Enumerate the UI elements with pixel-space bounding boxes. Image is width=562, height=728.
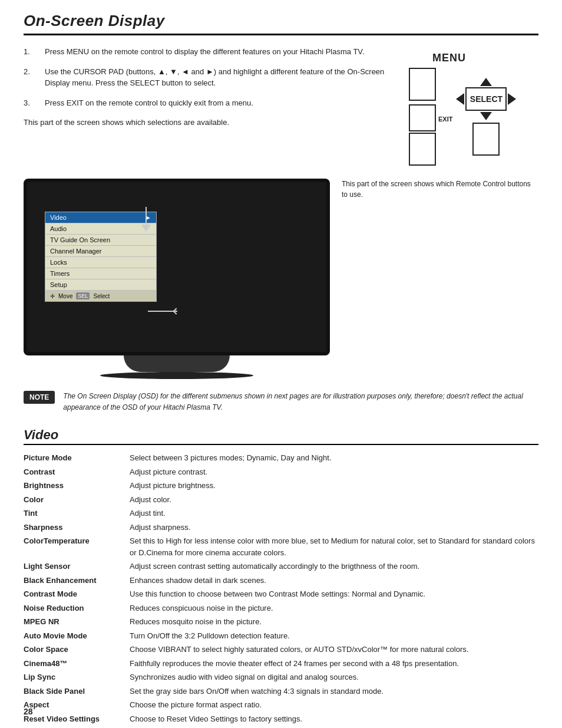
page-number: 28 bbox=[24, 707, 33, 716]
video-desc: Reduces conspicuous noise in the picture… bbox=[130, 601, 538, 615]
video-table-row: MPEG NRReduces mosquito noise in the pic… bbox=[24, 615, 538, 629]
up-arrow-icon bbox=[480, 78, 492, 86]
video-desc: Select between 3 pictures modes; Dynamic… bbox=[130, 451, 538, 465]
side-note: This part of the screen shows which sele… bbox=[24, 117, 391, 129]
video-term: Lip Sync bbox=[24, 670, 130, 684]
video-table-row: ColorTemperatureSet this to High for les… bbox=[24, 534, 538, 559]
video-term: Reset Video Settings bbox=[24, 712, 130, 726]
down-arrow-icon bbox=[480, 112, 492, 120]
video-table-row: TintAdjust tint. bbox=[24, 506, 538, 521]
select-button: SELECT bbox=[465, 87, 507, 111]
menu-label: MENU bbox=[432, 52, 466, 64]
video-table-row: Contrast ModeUse this function to choose… bbox=[24, 587, 538, 601]
bottom-right-button bbox=[472, 123, 500, 156]
video-term: Light Sensor bbox=[24, 559, 130, 574]
video-term: ColorTemperature bbox=[24, 534, 130, 559]
note-content: The On Screen Display (OSD) for the diff… bbox=[63, 391, 538, 413]
video-desc: Set this to High for less intense color … bbox=[130, 534, 538, 559]
video-desc: Adjust color. bbox=[130, 493, 538, 507]
intro-text: 1. Press MENU on the remote control to d… bbox=[24, 46, 391, 167]
step-3: 3. Press EXIT on the remote control to q… bbox=[24, 97, 391, 109]
step-2: 2. Use the CURSOR PAD (buttons, ▲, ▼, ◄ … bbox=[24, 66, 391, 89]
video-table-row: Lip SyncSynchronizes audio with video si… bbox=[24, 670, 538, 684]
video-table-row: Picture ModeSelect between 3 pictures mo… bbox=[24, 451, 538, 465]
page-title: On-Screen Display bbox=[24, 12, 538, 35]
step-2-num: 2. bbox=[24, 66, 35, 89]
video-term: Picture Mode bbox=[24, 451, 130, 465]
video-term: Cinema48™ bbox=[24, 657, 130, 671]
video-table-row: ColorAdjust color. bbox=[24, 493, 538, 507]
step-1: 1. Press MENU on the remote control to d… bbox=[24, 46, 391, 58]
video-desc: Enhances shadow detail in dark scenes. bbox=[130, 574, 538, 588]
step-3-text: Press EXIT on the remote control to quic… bbox=[45, 97, 253, 109]
sel-badge: SEL bbox=[76, 292, 90, 299]
video-term: Auto Movie Mode bbox=[24, 629, 130, 643]
tv-menu-video: Video ► bbox=[45, 212, 156, 223]
video-table-row: Black Side PanelSet the gray side bars O… bbox=[24, 684, 538, 699]
video-section: Video Picture ModeSelect between 3 pictu… bbox=[24, 427, 538, 726]
video-table-row: SharpnessAdjust sharpness. bbox=[24, 521, 538, 535]
video-table-row: BrightnessAdjust picture brightness. bbox=[24, 479, 538, 493]
video-term: Brightness bbox=[24, 479, 130, 493]
tv-frame: Video ► Audio TV Guide On Screen Channel… bbox=[24, 179, 330, 355]
video-desc: Faithfully reproduces the movie theater … bbox=[130, 657, 538, 671]
video-desc: Set the gray side bars On/Off when watch… bbox=[130, 684, 538, 699]
video-term: Aspect bbox=[24, 698, 130, 712]
tv-osd-menu: Video ► Audio TV Guide On Screen Channel… bbox=[45, 212, 157, 302]
tv-stand-base bbox=[100, 372, 253, 379]
video-table-row: Reset Video SettingsChoose to Reset Vide… bbox=[24, 712, 538, 726]
tv-menu-setup: Setup bbox=[45, 279, 156, 291]
video-table-row: Auto Movie ModeTurn On/Off the 3:2 Pulld… bbox=[24, 629, 538, 643]
video-desc: Synchronizes audio with video signal on … bbox=[130, 670, 538, 684]
exit-label: EXIT bbox=[438, 116, 452, 123]
note-box: NOTE The On Screen Display (OSD) for the… bbox=[24, 391, 538, 413]
step-1-text: Press MENU on the remote control to disp… bbox=[45, 46, 364, 58]
video-desc: Use this function to choose between two … bbox=[130, 587, 538, 601]
video-desc: Choose to Reset Video Settings to factor… bbox=[130, 712, 538, 726]
step-3-num: 3. bbox=[24, 97, 35, 109]
video-desc: Choose VIBRANT to select highly saturate… bbox=[130, 643, 538, 657]
tv-menu-tvguide: TV Guide On Screen bbox=[45, 235, 156, 246]
video-term: Color Space bbox=[24, 643, 130, 657]
video-table-row: Light SensorAdjust screen contrast setti… bbox=[24, 559, 538, 574]
video-table-row: Black EnhancementEnhances shadow detail … bbox=[24, 574, 538, 588]
callout-group bbox=[148, 309, 178, 314]
video-desc: Choose the picture format aspect ratio. bbox=[130, 698, 538, 712]
step-1-num: 1. bbox=[24, 46, 35, 58]
callout-area: This part of the screen shows which Remo… bbox=[342, 179, 538, 247]
video-term: Noise Reduction bbox=[24, 601, 130, 615]
bottom-left-button bbox=[409, 133, 436, 166]
video-table-row: Noise ReductionReduces conspicuous noise… bbox=[24, 601, 538, 615]
tv-stand bbox=[124, 355, 230, 372]
tv-section: Video ► Audio TV Guide On Screen Channel… bbox=[24, 179, 538, 379]
move-icon: ✛ bbox=[50, 293, 55, 299]
video-desc: Adjust tint. bbox=[130, 506, 538, 521]
video-table: Picture ModeSelect between 3 pictures mo… bbox=[24, 451, 538, 726]
video-desc: Adjust screen contrast setting automatic… bbox=[130, 559, 538, 574]
video-term: Sharpness bbox=[24, 521, 130, 535]
video-term: Color bbox=[24, 493, 130, 507]
video-desc: Reduces mosquito noise in the picture. bbox=[130, 615, 538, 629]
exit-button bbox=[409, 104, 436, 131]
tv-menu-timers: Timers bbox=[45, 268, 156, 279]
tv-menu-audio: Audio bbox=[45, 223, 156, 235]
video-table-row: Color SpaceChoose VIBRANT to select high… bbox=[24, 643, 538, 657]
video-term: Tint bbox=[24, 506, 130, 521]
menu-button bbox=[409, 68, 436, 101]
remote-diagram: MENU EXIT SELECT bbox=[409, 52, 538, 167]
tv-bottom-bar: ✛ Move SEL Select bbox=[45, 291, 156, 301]
video-term: MPEG NR bbox=[24, 615, 130, 629]
left-arrow-icon bbox=[456, 93, 464, 105]
video-table-row: AspectChoose the picture format aspect r… bbox=[24, 698, 538, 712]
video-term: Contrast bbox=[24, 465, 130, 479]
video-term: Black Enhancement bbox=[24, 574, 130, 588]
video-desc: Adjust picture brightness. bbox=[130, 479, 538, 493]
step-2-text: Use the CURSOR PAD (buttons, ▲, ▼, ◄ and… bbox=[45, 66, 391, 89]
tv-menu-locks: Locks bbox=[45, 257, 156, 268]
video-term: Black Side Panel bbox=[24, 684, 130, 699]
video-desc: Adjust sharpness. bbox=[130, 521, 538, 535]
select-label-bar: Select bbox=[93, 293, 110, 299]
video-table-row: Cinema48™Faithfully reproduces the movie… bbox=[24, 657, 538, 671]
video-desc: Turn On/Off the 3:2 Pulldown detection f… bbox=[130, 629, 538, 643]
video-section-title: Video bbox=[24, 427, 538, 445]
